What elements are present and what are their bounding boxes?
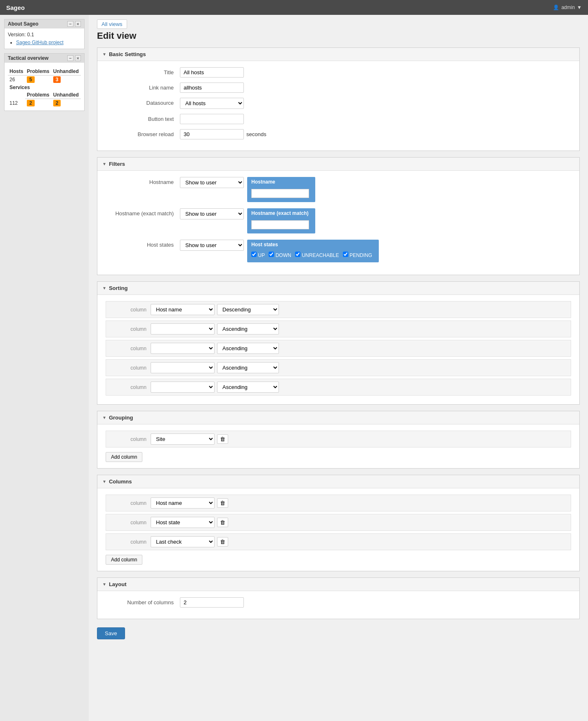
grouping-panel: ▼ Grouping column Site Host name Host st… bbox=[97, 411, 580, 469]
services-label: Services bbox=[9, 85, 30, 90]
sort-dir-select-1[interactable]: Descending Ascending bbox=[217, 304, 279, 315]
columns-delete-button-2[interactable]: 🗑 bbox=[217, 518, 228, 527]
columns-col-label-3: column bbox=[109, 539, 151, 545]
about-close-button[interactable]: × bbox=[75, 21, 81, 27]
title-label: Title bbox=[106, 67, 180, 75]
layout-header[interactable]: ▼ Layout bbox=[97, 578, 579, 591]
hosts-row: 26 5 3 bbox=[8, 75, 81, 84]
columns-delete-button-3[interactable]: 🗑 bbox=[217, 537, 228, 547]
host-states-popup-title: Host states bbox=[247, 240, 379, 250]
services-row: Services bbox=[8, 84, 81, 91]
sort-selects-5: Host name Ascending Descending bbox=[151, 382, 279, 393]
layout-title: Layout bbox=[109, 581, 127, 587]
grouping-header[interactable]: ▼ Grouping bbox=[97, 411, 579, 424]
sort-dir-select-3[interactable]: Ascending Descending bbox=[217, 343, 279, 354]
tactical-widget-header: Tactical overview − × bbox=[5, 54, 84, 63]
grouping-title: Grouping bbox=[109, 415, 133, 421]
basic-settings-title: Basic Settings bbox=[109, 51, 146, 57]
num-cols-input[interactable] bbox=[180, 597, 244, 608]
sidebar: About Sageo − × Version: 0.1 Sageo GitHu… bbox=[0, 15, 89, 721]
sort-col-select-4[interactable]: Host name bbox=[151, 362, 215, 373]
tactical-close-button[interactable]: × bbox=[75, 55, 81, 61]
state-pending-checkbox[interactable] bbox=[343, 252, 348, 257]
state-up-label[interactable]: UP bbox=[251, 252, 265, 258]
sort-dir-select-4[interactable]: Ascending Descending bbox=[217, 362, 279, 373]
all-views-link[interactable]: All views bbox=[97, 19, 127, 29]
sorting-title: Sorting bbox=[109, 285, 128, 291]
state-up-checkbox[interactable] bbox=[251, 252, 257, 257]
state-down-label[interactable]: DOWN bbox=[269, 252, 291, 258]
columns-delete-button-1[interactable]: 🗑 bbox=[217, 498, 228, 508]
grouping-add-column-button[interactable]: Add column bbox=[106, 452, 142, 462]
sort-col-select-1[interactable]: Host name Host state Last check Site bbox=[151, 304, 215, 315]
filters-header[interactable]: ▼ Filters bbox=[97, 158, 579, 171]
seconds-label: seconds bbox=[246, 131, 266, 137]
save-button[interactable]: Save bbox=[97, 627, 125, 639]
sort-dir-select-5[interactable]: Ascending Descending bbox=[217, 382, 279, 393]
columns-header[interactable]: ▼ Columns bbox=[97, 475, 579, 488]
state-down-checkbox[interactable] bbox=[269, 252, 274, 257]
sorting-header[interactable]: ▼ Sorting bbox=[97, 282, 579, 295]
sort-col-select-2[interactable]: Host name Host state bbox=[151, 323, 215, 335]
about-widget: About Sageo − × Version: 0.1 Sageo GitHu… bbox=[4, 19, 85, 49]
datasource-select[interactable]: All hosts All services bbox=[180, 98, 244, 109]
hostname-popup-body bbox=[247, 187, 315, 202]
hosts-col-header: Hosts bbox=[8, 68, 25, 75]
chevron-down-icon: ▼ bbox=[577, 5, 582, 10]
columns-col-select-1[interactable]: Host name Host state Last check bbox=[151, 497, 215, 509]
columns-panel: ▼ Columns column Host name Host state La… bbox=[97, 475, 580, 571]
columns-title: Columns bbox=[109, 478, 132, 485]
num-cols-label: Number of columns bbox=[106, 597, 180, 606]
columns-add-column-button[interactable]: Add column bbox=[106, 555, 142, 565]
sort-col-label-2: column bbox=[109, 326, 151, 332]
link-name-input[interactable] bbox=[180, 82, 244, 93]
grouping-col-select-1[interactable]: Site Host name Host state bbox=[151, 434, 215, 445]
services-data-row: 112 2 2 bbox=[8, 99, 81, 108]
layout-body: Number of columns bbox=[97, 591, 579, 619]
github-link[interactable]: Sageo GitHub project bbox=[16, 40, 64, 45]
sort-dir-select-2[interactable]: Ascending Descending bbox=[217, 323, 279, 335]
host-states-popup-body: UP DOWN UNREACHABLE PENDING bbox=[247, 250, 379, 262]
hostname-filter-select[interactable]: Show to user Fixed value Hidden bbox=[180, 177, 244, 188]
state-pending-label[interactable]: PENDING bbox=[343, 252, 372, 258]
services-count: 112 bbox=[8, 99, 25, 108]
columns-col-label-2: column bbox=[109, 520, 151, 525]
columns-col-row-2: column Host state Host name Last check 🗑 bbox=[106, 514, 571, 531]
button-text-row: Button text bbox=[106, 114, 571, 124]
services-problems-header: Problems bbox=[25, 91, 52, 99]
reload-input[interactable] bbox=[180, 129, 244, 139]
hostname-exact-popup-body bbox=[247, 218, 315, 233]
about-widget-body: Version: 0.1 Sageo GitHub project bbox=[5, 28, 84, 49]
state-unreachable-checkbox[interactable] bbox=[295, 252, 300, 257]
hostname-exact-popup: Hostname (exact match) bbox=[247, 208, 315, 233]
about-version: Version: 0.1 bbox=[8, 32, 81, 38]
host-states-filter-select[interactable]: Show to user Fixed value Hidden bbox=[180, 240, 244, 251]
columns-col-select-3[interactable]: Last check Host name Host state bbox=[151, 536, 215, 547]
hostname-exact-filter-select[interactable]: Show to user Fixed value Hidden bbox=[180, 208, 244, 219]
sort-row-4: column Host name Ascending Descending bbox=[106, 359, 571, 376]
button-text-input[interactable] bbox=[180, 114, 244, 124]
hostname-popup-title: Hostname bbox=[247, 177, 315, 187]
basic-settings-header[interactable]: ▼ Basic Settings bbox=[97, 48, 579, 61]
sort-col-select-5[interactable]: Host name bbox=[151, 382, 215, 393]
sort-row-2: column Host name Host state Ascending De… bbox=[106, 320, 571, 337]
tactical-widget-title: Tactical overview bbox=[8, 55, 49, 61]
services-row-2: Problems Unhandled bbox=[8, 91, 81, 99]
sort-col-label-4: column bbox=[109, 365, 151, 371]
unhandled-col-header: Unhandled bbox=[52, 68, 81, 75]
hosts-problems: 5 bbox=[27, 76, 35, 83]
tactical-minimize-button[interactable]: − bbox=[67, 55, 73, 61]
state-unreachable-label[interactable]: UNREACHABLE bbox=[295, 252, 339, 258]
about-minimize-button[interactable]: − bbox=[67, 21, 73, 27]
sort-selects-2: Host name Host state Ascending Descendin… bbox=[151, 323, 279, 335]
hostname-popup-input[interactable] bbox=[251, 189, 309, 198]
sort-col-select-3[interactable]: Host name bbox=[151, 343, 215, 354]
grouping-col-label-1: column bbox=[109, 436, 151, 442]
hostname-exact-popup-input[interactable] bbox=[251, 220, 309, 229]
columns-col-select-2[interactable]: Host state Host name Last check bbox=[151, 517, 215, 528]
user-menu[interactable]: 👤 admin ▼ bbox=[553, 5, 582, 10]
about-widget-header: About Sageo − × bbox=[5, 19, 84, 28]
columns-col-row-1: column Host name Host state Last check 🗑 bbox=[106, 495, 571, 511]
grouping-delete-button-1[interactable]: 🗑 bbox=[217, 434, 228, 444]
title-input[interactable] bbox=[180, 67, 244, 78]
